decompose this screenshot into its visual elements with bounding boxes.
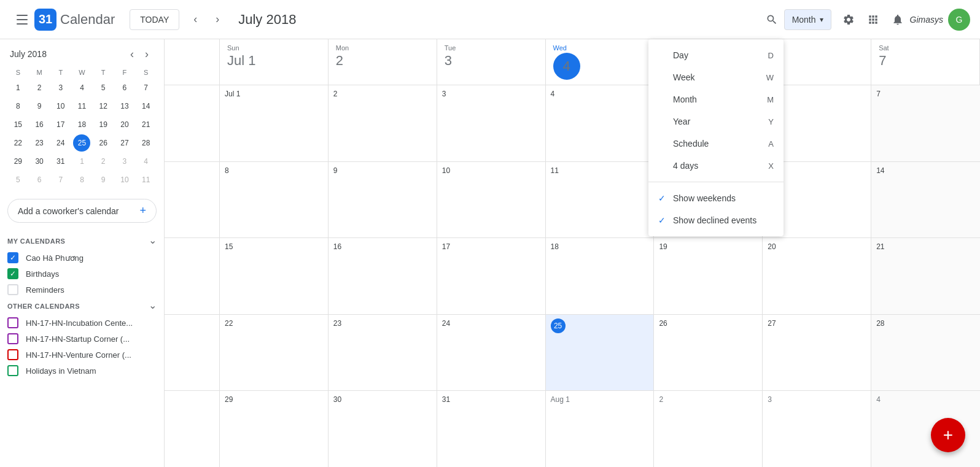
day-cell-jul25[interactable]: 25 (546, 315, 655, 391)
dropdown-schedule[interactable]: Schedule A (648, 133, 784, 155)
avatar[interactable]: G (948, 9, 970, 31)
search-icon (766, 14, 778, 26)
day-cell-jul18[interactable]: 18 (546, 238, 655, 314)
create-event-fab[interactable]: + (931, 418, 965, 452)
day-cell-aug3[interactable]: 3 (763, 391, 871, 467)
hamburger-icon (17, 15, 28, 25)
logo-area: 31 Calendar (34, 9, 115, 31)
calendar-checkbox-holidays[interactable] (7, 365, 18, 376)
mini-cal-prev[interactable]: ‹ (125, 47, 139, 61)
calendar-item-incubation[interactable]: HN-17-HN-Incubation Cente... (7, 315, 157, 331)
user-name: Gimasys (910, 15, 943, 25)
day-cell-jul16[interactable]: 16 (329, 238, 437, 314)
apps-button[interactable] (861, 7, 885, 32)
day-cell-jul27[interactable]: 27 (763, 315, 871, 391)
dropdown-4days[interactable]: 4 days X (648, 155, 784, 177)
day-cell-jul10[interactable]: 10 (437, 162, 546, 238)
today-button[interactable]: TODAY (130, 9, 179, 30)
calendar-item-venture[interactable]: HN-17-HN-Venture Corner (... (7, 347, 157, 363)
calendar-label-startup: HN-17-HN-Startup Corner (... (26, 334, 130, 344)
day-cell-jul30[interactable]: 30 (329, 391, 437, 467)
calendar-item-startup[interactable]: HN-17-HN-Startup Corner (... (7, 331, 157, 347)
week-1-days: Jul 1 2 3 4 5 6 (220, 85, 980, 161)
next-nav-button[interactable]: › (206, 9, 228, 31)
prev-nav-button[interactable]: ‹ (184, 9, 206, 31)
day-cell-jul21[interactable]: 21 (871, 238, 980, 314)
day-cell-jul29[interactable]: 29 (220, 391, 329, 467)
week-row-2: 8 9 10 11 12 ● 11pm [G (165, 162, 980, 239)
calendar-checkbox-venture[interactable] (7, 349, 18, 360)
dropdown-show-weekends[interactable]: ✓ Show weekends (648, 187, 784, 209)
day-cell-jul19[interactable]: 19 (654, 238, 763, 314)
day-cell-jul24[interactable]: 24 (437, 315, 546, 391)
logo-text: Calendar (60, 12, 115, 28)
dropdown-year[interactable]: Year Y (648, 110, 784, 133)
weeks-container: Jul 1 2 3 4 5 6 (165, 85, 980, 467)
day-header-mon: Mon 2 (329, 39, 437, 85)
other-calendars-title: Other calendars (7, 298, 80, 312)
calendar-checkbox-startup[interactable] (7, 333, 18, 344)
day-cell-jul20[interactable]: 20 (763, 238, 871, 314)
day-header-tue: Tue 3 (437, 39, 546, 85)
day-cell-jul11[interactable]: 11 (546, 162, 655, 238)
day-cell-jul2[interactable]: 2 (329, 85, 437, 161)
plus-icon: + (943, 425, 953, 445)
dropdown-show-declined[interactable]: ✓ Show declined events (648, 209, 784, 231)
day-cell-aug2[interactable]: 2 (654, 391, 763, 467)
dropdown-month[interactable]: Month M (648, 88, 784, 110)
mini-cal-day-headers: S M T W T F S (7, 66, 157, 79)
mini-cal-next[interactable]: › (139, 47, 154, 61)
day-cell-jul23[interactable]: 23 (329, 315, 437, 391)
day-cell-jul26[interactable]: 26 (654, 315, 763, 391)
day-cell-jul31[interactable]: 31 (437, 391, 546, 467)
gear-icon (842, 14, 855, 26)
other-calendars-collapse[interactable]: ⌄ (149, 299, 157, 311)
dropdown-day[interactable]: Day D (648, 44, 784, 66)
week-row-5: 29 30 31 Aug 1 2 3 (165, 391, 980, 467)
my-calendars-header: My calendars ⌄ (7, 233, 157, 247)
day-cell-jul3[interactable]: 3 (437, 85, 546, 161)
dropdown-week[interactable]: Week W (648, 66, 784, 88)
mini-calendar: July 2018 ‹ › S M T W T F S 1 2 (7, 47, 157, 189)
my-calendars-collapse[interactable]: ⌄ (149, 234, 157, 246)
sidebar: July 2018 ‹ › S M T W T F S 1 2 (0, 39, 165, 467)
other-calendars-list: HN-17-HN-Incubation Cente... HN-17-HN-St… (7, 315, 157, 379)
add-coworker-input[interactable]: Add a coworker's calendar + (7, 199, 157, 223)
calendar-label-birthdays: Birthdays (26, 269, 59, 279)
day-cell-jul14[interactable]: 14 (871, 162, 980, 238)
calendar-item-reminders[interactable]: Reminders (7, 282, 157, 298)
day-cell-jul22[interactable]: 22 (220, 315, 329, 391)
calendar-label-cao: Cao Hà Phương (26, 253, 84, 263)
calendar-area: Sun Jul 1 Mon 2 Tue 3 Wed 4 Thu 1 (165, 39, 980, 467)
plus-icon: + (139, 204, 146, 217)
calendar-checkbox-reminders[interactable] (7, 284, 18, 295)
calendar-label-reminders: Reminders (26, 285, 64, 295)
day-cell-aug1[interactable]: Aug 1 (546, 391, 655, 467)
week-5-days: 29 30 31 Aug 1 2 3 (220, 391, 980, 467)
day-cell-jul1[interactable]: Jul 1 (220, 85, 329, 161)
calendar-item-birthdays[interactable]: Birthdays (7, 266, 157, 282)
calendar-checkbox-cao[interactable] (7, 252, 18, 263)
day-cell-jul15[interactable]: 15 (220, 238, 329, 314)
calendar-day-headers: Sun Jul 1 Mon 2 Tue 3 Wed 4 Thu 1 (165, 39, 980, 85)
calendar-item-holidays[interactable]: Holidays in Vietnam (7, 363, 157, 379)
day-cell-jul8[interactable]: 8 (220, 162, 329, 238)
day-cell-jul7[interactable]: 7 (871, 85, 980, 161)
day-cell-jul28[interactable]: 28 (871, 315, 980, 391)
notifications-button[interactable] (885, 7, 910, 32)
search-button[interactable] (760, 7, 784, 32)
add-coworker-label: Add a coworker's calendar (18, 206, 119, 216)
day-cell-jul17[interactable]: 17 (437, 238, 546, 314)
week-num-2 (165, 162, 220, 238)
calendar-item-cao[interactable]: Cao Hà Phương (7, 250, 157, 266)
day-header-sat: Sat 7 (871, 39, 980, 85)
day-cell-jul9[interactable]: 9 (329, 162, 437, 238)
calendar-checkbox-birthdays[interactable] (7, 268, 18, 279)
day-cell-jul4[interactable]: 4 (546, 85, 655, 161)
dropdown-divider (648, 182, 784, 182)
view-selector-button[interactable]: Month ▾ (784, 9, 831, 30)
bell-icon (892, 14, 904, 26)
settings-button[interactable] (836, 7, 861, 32)
hamburger-button[interactable] (10, 7, 34, 32)
calendar-checkbox-incubation[interactable] (7, 317, 18, 328)
